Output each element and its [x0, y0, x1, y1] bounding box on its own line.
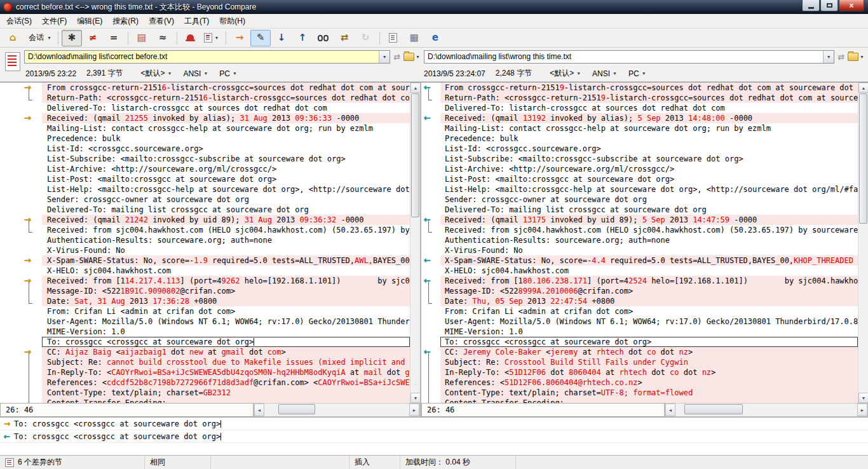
diff-section-arrow-right-icon[interactable]: → [24, 255, 31, 266]
right-path-input[interactable]: D:\download\mailing list\wrong this time… [424, 50, 834, 64]
code-line[interactable]: X-Virus-Found: No [0, 245, 410, 255]
line-text[interactable]: List-Id: <crossgcc.sourceware.org> [42, 144, 410, 154]
line-text[interactable]: Return-Path: <crossgcc-return-21519-list… [440, 93, 858, 103]
code-line[interactable]: →Received: (qmail 21242 invoked by uid 8… [0, 215, 410, 225]
line-text[interactable]: MIME-Version: 1.0 [42, 327, 410, 337]
code-line[interactable]: Delivered-To: listarch-crossgcc at sourc… [0, 103, 410, 113]
line-text[interactable]: List-Subscribe: <mailto:crossgcc-subscri… [42, 154, 410, 164]
line-text[interactable]: Return-Path: <crossgcc-return-21516-list… [42, 93, 410, 103]
line-text[interactable]: References: <cdcdf52b8c7198b7272966f71d8… [42, 377, 410, 388]
scroll-down-icon[interactable]: ▼ [858, 393, 868, 403]
code-line[interactable]: Content-Type: text/plain; charset=GB2312 [0, 388, 410, 398]
menu-view[interactable]: 查看(V) [144, 14, 179, 29]
scroll-right-icon[interactable]: ► [409, 404, 419, 416]
line-text[interactable]: X-HELO: sjc004.hawkhost.com [440, 266, 858, 276]
code-line[interactable]: Delivered-To: mailing list crossgcc at s… [421, 205, 858, 215]
code-line[interactable]: List-Help: <mailto:crossgcc-help at sour… [0, 184, 410, 194]
code-line[interactable]: References: <51D12F06.8060404@rhtech.co.… [421, 377, 858, 388]
code-line[interactable]: MIME-Version: 1.0 [421, 327, 858, 337]
right-browse-button[interactable]: ▼ [848, 50, 864, 64]
line-text[interactable]: From: Crifan Li <admin at crifan dot com… [42, 306, 410, 316]
line-text[interactable]: Sender: crossgcc-owner at sourceware dot… [42, 194, 410, 205]
line-text[interactable]: CC: Jeremy Cole-Baker <jeremy at rhtech … [440, 347, 858, 357]
code-line[interactable]: Received: from sjc004.hawkhost.com (HELO… [0, 225, 410, 235]
line-text[interactable]: Subject: Re: Crosstool Build Still Fails… [440, 357, 858, 367]
right-format-dropdown[interactable]: <默认>▼ [550, 68, 581, 79]
line-text[interactable]: To: crossgcc <crossgcc at sourceware dot… [440, 337, 858, 347]
code-line[interactable]: Date: Sat, 31 Aug 2013 17:36:28 +0800 [0, 296, 410, 306]
line-text[interactable]: From crossgcc-return-21519-listarch-cros… [440, 83, 858, 93]
line-text[interactable]: X-Spam-SWARE-Status: No, score=-4.4 requ… [440, 255, 858, 266]
line-text[interactable]: References: <51D12F06.8060404@rhtech.co.… [440, 377, 858, 388]
line-text[interactable]: Precedence: bulk [42, 133, 410, 144]
code-line[interactable]: From: Crifan Li <admin at crifan dot com… [421, 306, 858, 316]
code-line[interactable]: User-Agent: Mozilla/5.0 (Windows NT 6.1;… [421, 316, 858, 327]
code-line[interactable]: List-Post: <mailto:crossgcc at sourcewar… [0, 174, 410, 184]
right-horizontal-scrollbar[interactable]: ◄ ► [665, 403, 868, 417]
line-text[interactable]: Subject: Re: cannot build crosstool due … [42, 357, 410, 367]
line-text[interactable]: Received: (qmail 21242 invoked by uid 89… [42, 215, 410, 225]
line-text[interactable]: List-Help: <mailto:crossgcc-help at sour… [440, 184, 858, 194]
line-text[interactable]: Content-Transfer-Encoding: [42, 398, 410, 403]
code-line[interactable]: Date: Thu, 05 Sep 2013 22:47:54 +0800 [421, 296, 858, 306]
left-browse-button[interactable]: ▼ [403, 50, 420, 64]
code-line[interactable]: List-Subscribe: <mailto:crossgcc-subscri… [421, 154, 858, 164]
line-text[interactable]: List-Post: <mailto:crossgcc at sourcewar… [440, 174, 858, 184]
code-line[interactable]: List-Archive: <http://sourceware.org/ml/… [421, 164, 858, 174]
line-text[interactable]: Content-Transfer-Encoding: [440, 398, 858, 403]
line-text[interactable]: Received: (qmail 13175 invoked by uid 89… [440, 215, 858, 225]
line-text[interactable]: To: crossgcc <crossgcc at sourceware dot… [42, 337, 410, 347]
line-text[interactable]: Sender: crossgcc-owner at sourceware dot… [440, 194, 858, 205]
copy-to-right-button[interactable]: → [229, 30, 250, 46]
code-line[interactable]: To: crossgcc <crossgcc at sourceware dot… [0, 337, 410, 347]
menu-file[interactable]: 文件(F) [37, 14, 72, 29]
line-text[interactable]: Mailing-List: contact crossgcc-help at s… [42, 123, 410, 133]
scrollbar-thumb[interactable] [684, 404, 743, 414]
right-line-ending-dropdown[interactable]: PC▼ [628, 69, 646, 78]
line-text[interactable]: List-Id: <crossgcc.sourceware.org> [440, 144, 858, 154]
line-text[interactable]: Delivered-To: mailing list crossgcc at s… [42, 205, 410, 215]
code-line[interactable]: MIME-Version: 1.0 [0, 327, 410, 337]
edit-mode-button[interactable]: ✎ [250, 30, 271, 46]
show-differences-button[interactable]: ≠ [83, 30, 103, 46]
left-horizontal-scrollbar[interactable]: ◄ ► [254, 403, 420, 417]
line-text[interactable]: List-Subscribe: <mailto:crossgcc-subscri… [440, 154, 858, 164]
code-line[interactable]: →Received: from [114.217.4.113] (port=49… [0, 276, 410, 286]
line-text[interactable]: Received: from sjc004.hawkhost.com (HELO… [42, 225, 410, 235]
code-line[interactable]: From: Crifan Li <admin at crifan dot com… [0, 306, 410, 316]
code-line[interactable]: User-Agent: Mozilla/5.0 (Windows NT 6.1;… [0, 316, 410, 327]
line-text[interactable]: Authentication-Results: sourceware.org; … [42, 235, 410, 245]
maximize-button[interactable] [820, 0, 838, 11]
show-same-button[interactable]: = [104, 30, 124, 46]
code-line[interactable]: Mailing-List: contact crossgcc-help at s… [421, 123, 858, 133]
line-text[interactable]: Precedence: bulk [440, 133, 858, 144]
next-difference-button[interactable]: ↓ [271, 30, 292, 46]
code-line[interactable]: X-HELO: sjc004.hawkhost.com [0, 266, 410, 276]
ignore-unimportant-button[interactable]: ≈ [153, 30, 173, 46]
line-text[interactable]: X-Virus-Found: No [440, 245, 858, 255]
line-text[interactable]: Mailing-List: contact crossgcc-help at s… [440, 123, 858, 133]
left-swap-button[interactable]: ⇄ [393, 50, 400, 64]
code-line[interactable]: Return-Path: <crossgcc-return-21519-list… [421, 93, 858, 103]
code-line[interactable]: →X-Spam-SWARE-Status: No, score=-1.9 req… [0, 255, 410, 266]
code-line[interactable]: References: <cdcdf52b8c7198b7272966f71d8… [0, 377, 410, 388]
diff-details-button[interactable]: ▤ [132, 30, 152, 46]
menu-search[interactable]: 搜索(R) [107, 14, 144, 29]
line-text[interactable]: Date: Sat, 31 Aug 2013 17:36:28 +0800 [42, 296, 410, 306]
code-line[interactable]: Subject: Re: Crosstool Build Still Fails… [421, 357, 858, 367]
code-line[interactable]: List-Id: <crossgcc.sourceware.org> [421, 144, 858, 154]
menu-help[interactable]: 帮助(H) [214, 14, 250, 29]
line-text[interactable]: X-Virus-Found: No [42, 245, 410, 255]
line-text[interactable]: Content-Type: text/plain; charset=GB2312 [42, 388, 410, 398]
left-line-ending-dropdown[interactable]: PC▼ [219, 69, 237, 78]
line-text[interactable]: Delivered-To: listarch-crossgcc at sourc… [440, 103, 858, 113]
line-text[interactable]: X-HELO: sjc004.hawkhost.com [42, 266, 410, 276]
line-text[interactable]: Received: (qmail 21255 invoked by alias)… [42, 113, 410, 123]
close-button[interactable]: × [839, 0, 864, 11]
code-line[interactable]: Content-Transfer-Encoding: [421, 398, 858, 403]
scrollbar-thumb[interactable] [859, 93, 867, 224]
right-encoding-dropdown[interactable]: ANSI▼ [592, 69, 617, 78]
code-line[interactable]: Delivered-To: mailing list crossgcc at s… [0, 205, 410, 215]
line-text[interactable]: User-Agent: Mozilla/5.0 (Windows NT 6.1;… [440, 316, 858, 327]
session-home-button[interactable]: ⌂ [3, 30, 23, 46]
